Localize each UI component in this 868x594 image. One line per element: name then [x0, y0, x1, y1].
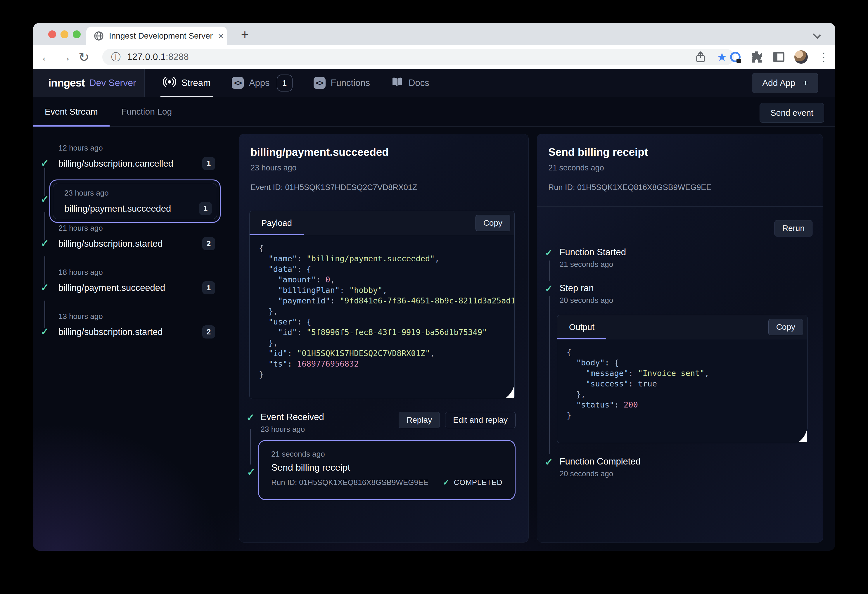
nav-item-stream[interactable]: Stream — [152, 69, 221, 97]
plus-icon: + — [803, 78, 808, 88]
desktop: Inngest Development Server × + ← → ↻ ⓘ 1… — [0, 0, 868, 594]
minimize-window-button[interactable] — [61, 30, 68, 38]
event-stream-item[interactable]: ✓ 21 hours ago billing/subscription.star… — [33, 224, 232, 268]
add-app-button[interactable]: Add App + — [752, 73, 818, 93]
check-icon: ✓ — [247, 467, 255, 477]
copy-output-button[interactable]: Copy — [768, 319, 803, 335]
event-item-name: billing/subscription.started — [58, 237, 202, 250]
site-info-icon[interactable]: ⓘ — [111, 50, 121, 64]
event-received-title: Event Received — [261, 412, 324, 423]
browser-tabstrip: Inngest Development Server × + — [33, 23, 835, 45]
check-icon: ✓ — [41, 282, 49, 292]
browser-tab[interactable]: Inngest Development Server × — [86, 27, 227, 45]
tab-function-log[interactable]: Function Log — [109, 97, 183, 126]
event-count-badge: 1 — [202, 157, 215, 170]
timeline-step-function-completed: ✓ Function Completed 20 seconds ago — [545, 456, 641, 478]
event-count-badge: 1 — [202, 281, 215, 294]
run-detail-panel: Send billing receipt 21 seconds ago Run … — [537, 134, 823, 542]
output-tab[interactable]: Output — [557, 315, 606, 339]
check-icon: ✓ — [41, 327, 49, 337]
browser-window: Inngest Development Server × + ← → ↻ ⓘ 1… — [33, 23, 835, 551]
event-item-time: 23 hours ago — [64, 189, 212, 197]
share-icon[interactable] — [695, 52, 706, 62]
run-title: Send billing receipt — [548, 146, 648, 158]
url-text: 127.0.0.1:8288 — [127, 52, 189, 62]
stream-tabs: Event Stream Function Log Send event — [33, 97, 835, 127]
check-icon: ✓ — [545, 284, 553, 294]
timeline-line — [549, 296, 550, 454]
event-item-name: billing/subscription.cancelled — [58, 157, 202, 170]
check-icon: ✓ — [247, 412, 255, 423]
check-icon: ✓ — [545, 248, 553, 257]
tab-search-chevron-icon[interactable] — [813, 31, 821, 39]
output-json: { "body": { "message": "Invoice sent", "… — [557, 339, 807, 428]
address-bar[interactable]: ⓘ 127.0.0.1:8288 ★ — [102, 49, 734, 65]
event-detail-panel: billing/payment.succeeded 23 hours ago E… — [239, 134, 529, 542]
check-icon: ✓ — [41, 194, 49, 204]
event-item-name: billing/payment.succeeded — [58, 281, 202, 294]
side-panel-icon[interactable] — [773, 52, 784, 62]
tab-event-stream[interactable]: Event Stream — [33, 97, 109, 126]
password-manager-extension-icon[interactable] — [730, 52, 741, 62]
run-card-title: Send billing receipt — [271, 462, 502, 473]
function-run-card[interactable]: 21 seconds ago Send billing receipt Run … — [258, 440, 515, 500]
zoom-window-button[interactable] — [73, 30, 81, 38]
output-box: Output Copy { "body": { "message": "Invo… — [557, 315, 807, 443]
close-tab-icon[interactable]: × — [218, 31, 224, 41]
close-window-button[interactable] — [48, 30, 56, 38]
nav-item-apps[interactable]: <> Apps 1 — [221, 69, 303, 97]
event-stream-item[interactable]: ✓ 18 hours ago billing/payment.succeeded… — [33, 268, 232, 312]
nav-item-docs[interactable]: Docs — [381, 69, 440, 97]
run-card-time: 21 seconds ago — [271, 449, 502, 459]
timeline-line — [549, 260, 550, 281]
event-received-time: 23 hours ago — [261, 425, 324, 434]
apps-count-badge: 1 — [277, 75, 292, 92]
event-id: Event ID: 01H5SQK1S7HDESQ2C7VD8RX01Z — [251, 183, 417, 192]
main-content: ✓ 12 hours ago billing/subscription.canc… — [33, 127, 835, 551]
forward-button[interactable]: → — [56, 50, 75, 64]
browser-menu-icon[interactable]: ⋮ — [818, 50, 830, 64]
back-button[interactable]: ← — [37, 50, 56, 64]
bookmark-star-icon[interactable]: ★ — [717, 51, 727, 63]
replay-button[interactable]: Replay — [399, 412, 440, 428]
event-item-box: 21 hours ago billing/subscription.starte… — [58, 224, 215, 250]
profile-avatar[interactable] — [794, 50, 808, 64]
event-item-name: billing/subscription.started — [58, 325, 202, 338]
event-count-badge: 2 — [202, 237, 215, 250]
event-stream-item[interactable]: ✓ 23 hours ago billing/payment.succeeded… — [33, 179, 232, 224]
book-icon — [391, 76, 403, 90]
reload-button[interactable]: ↻ — [75, 50, 93, 65]
check-icon: ✓ — [443, 478, 450, 487]
code-icon: <> — [232, 77, 244, 89]
event-stream-item[interactable]: ✓ 13 hours ago billing/subscription.star… — [33, 312, 232, 356]
event-item-box: 23 hours ago billing/payment.succeeded 1 — [49, 179, 221, 223]
divider — [537, 206, 823, 207]
nav-label-apps: Apps — [249, 78, 270, 88]
globe-favicon-icon — [94, 31, 104, 41]
check-icon: ✓ — [545, 457, 553, 467]
event-item-box: 18 hours ago billing/payment.succeeded 1 — [58, 268, 215, 294]
broadcast-icon — [163, 75, 176, 91]
copy-payload-button[interactable]: Copy — [475, 215, 510, 231]
extensions-puzzle-icon[interactable] — [750, 50, 763, 64]
event-list: ✓ 12 hours ago billing/subscription.canc… — [33, 143, 232, 356]
nav-label-docs: Docs — [409, 78, 429, 88]
event-title: billing/payment.succeeded — [251, 146, 389, 158]
browser-toolbar: ← → ↻ ⓘ 127.0.0.1:8288 ★ — [33, 45, 835, 69]
payload-tab[interactable]: Payload — [249, 211, 304, 235]
tab-title: Inngest Development Server — [109, 31, 213, 41]
check-icon: ✓ — [41, 238, 49, 248]
send-event-button[interactable]: Send event — [760, 103, 824, 123]
edit-and-replay-button[interactable]: Edit and replay — [445, 412, 515, 428]
timeline-line — [250, 429, 251, 464]
event-received-row: ✓ Event Received 23 hours ago Replay Edi… — [247, 412, 515, 434]
run-status-badge: ✓ COMPLETED — [443, 478, 502, 487]
page-corner-decoration — [506, 383, 515, 399]
event-item-name: billing/payment.succeeded — [64, 202, 199, 215]
new-tab-button[interactable]: + — [235, 26, 255, 43]
event-item-time: 18 hours ago — [58, 268, 215, 276]
event-item-box: 12 hours ago billing/subscription.cancel… — [58, 143, 215, 170]
rerun-button[interactable]: Rerun — [775, 220, 812, 236]
nav-item-functions[interactable]: <> Functions — [303, 69, 381, 97]
timeline-step-step-ran: ✓ Step ran 20 seconds ago — [545, 283, 613, 305]
